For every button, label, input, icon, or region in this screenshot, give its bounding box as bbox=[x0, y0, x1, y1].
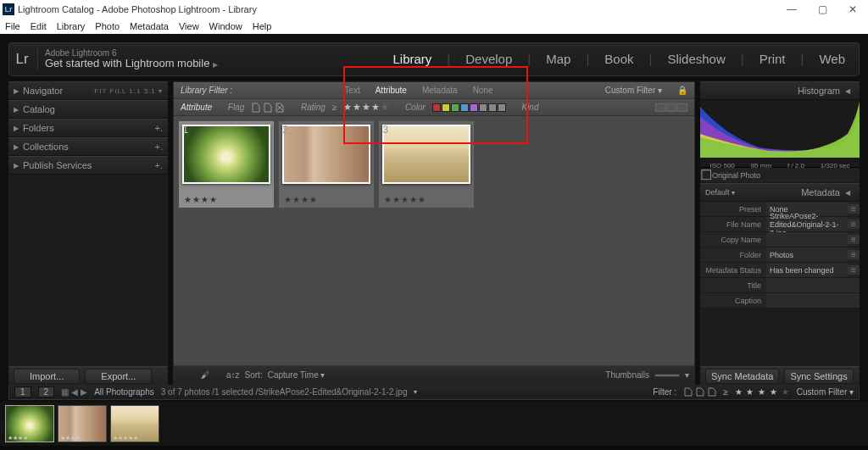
flag-pick-icon[interactable] bbox=[251, 103, 261, 113]
filmstrip-thumb[interactable]: ★★★★ bbox=[58, 405, 107, 442]
flag-icon[interactable] bbox=[695, 387, 704, 397]
menu-help[interactable]: Help bbox=[253, 21, 272, 31]
metadata-value[interactable] bbox=[766, 278, 860, 292]
metadata-action-icon[interactable]: ≡ bbox=[848, 204, 860, 214]
toolbar-chevron-icon[interactable]: ▾ bbox=[685, 370, 689, 380]
filter-attribute[interactable]: Attribute bbox=[374, 86, 409, 95]
jump-grid-icon[interactable]: ▦ bbox=[61, 387, 69, 397]
color-swatch[interactable] bbox=[432, 103, 441, 112]
filmstrip-thumb[interactable]: ★★★★ bbox=[5, 405, 54, 442]
panel-collections[interactable]: ▶Collections+. bbox=[8, 137, 168, 156]
add-folder-icon[interactable]: +. bbox=[155, 123, 163, 133]
metadata-action-icon[interactable]: ≡ bbox=[848, 219, 860, 229]
filmstrip[interactable]: ★★★★★★★★★★★★★ bbox=[0, 402, 868, 446]
source-label[interactable]: All Photographs bbox=[94, 387, 154, 397]
menu-file[interactable]: File bbox=[5, 21, 20, 31]
color-swatch[interactable] bbox=[488, 103, 497, 112]
metadata-value[interactable]: Has been changed bbox=[766, 263, 848, 277]
grid-cell[interactable]: 3★★★★★ bbox=[379, 121, 474, 208]
flag-icon[interactable] bbox=[683, 387, 693, 397]
metadata-value[interactable] bbox=[766, 232, 848, 247]
metadata-action-icon[interactable]: ≡ bbox=[848, 235, 860, 244]
module-slideshow[interactable]: Slideshow bbox=[667, 52, 725, 67]
menu-edit[interactable]: Edit bbox=[31, 21, 47, 31]
metadata-set-dropdown[interactable]: Default bbox=[705, 188, 730, 197]
histogram-chart[interactable]: ISO 500 85 mm f / 2.0 1/320 sec bbox=[700, 100, 860, 168]
nav-fwd-icon[interactable]: ▶ bbox=[81, 387, 87, 397]
panel-catalog[interactable]: ▶Catalog bbox=[8, 100, 168, 119]
panel-metadata[interactable]: Default▾ Metadata ◀ bbox=[700, 183, 860, 202]
metadata-value[interactable]: StrikeAPose2-Edited&Original-2-1-2.jpg bbox=[766, 217, 848, 231]
flag-unflag-icon[interactable] bbox=[263, 103, 273, 113]
minimize-button[interactable]: — bbox=[776, 3, 807, 15]
import-button[interactable]: Import... bbox=[14, 369, 80, 384]
metadata-value[interactable]: Photos bbox=[766, 247, 848, 262]
close-button[interactable]: ✕ bbox=[837, 3, 868, 15]
filter-none[interactable]: None bbox=[471, 86, 495, 95]
navigator-zoom-opts[interactable]: FIT FILL 1:1 3:1 ▾ bbox=[94, 87, 163, 95]
color-swatch[interactable] bbox=[442, 103, 450, 112]
sync-metadata-button[interactable]: Sync Metadata bbox=[705, 369, 779, 384]
color-swatch[interactable] bbox=[451, 103, 459, 112]
module-library[interactable]: Library bbox=[392, 52, 431, 67]
kind-master-icon[interactable] bbox=[655, 103, 665, 112]
metadata-action-icon[interactable]: ≡ bbox=[848, 265, 860, 275]
metadata-row: Caption bbox=[700, 293, 860, 308]
filmstrip-rating-stars[interactable]: ★ ★ ★ ★ ★ bbox=[735, 387, 790, 397]
color-swatch[interactable] bbox=[479, 103, 487, 112]
sync-settings-button[interactable]: Sync Settings bbox=[784, 369, 853, 384]
filmstrip-custom-filter[interactable]: Custom Filter ▾ bbox=[797, 387, 854, 397]
panel-folders[interactable]: ▶Folders+. bbox=[8, 119, 168, 137]
window-2-button[interactable]: 2 bbox=[38, 386, 55, 397]
metadata-value[interactable] bbox=[766, 293, 860, 308]
thumbnail-size-slider[interactable] bbox=[654, 374, 680, 377]
panel-publish[interactable]: ▶Publish Services+. bbox=[8, 156, 168, 175]
module-web[interactable]: Web bbox=[819, 52, 845, 67]
kind-virtual-icon[interactable] bbox=[666, 103, 676, 112]
source-chevron-icon[interactable]: ▾ bbox=[414, 388, 417, 396]
rating-ge-icon[interactable]: ≥ bbox=[723, 387, 728, 397]
flag-icon[interactable] bbox=[707, 387, 716, 397]
sort-field-dropdown[interactable]: Capture Time ▾ bbox=[268, 370, 326, 380]
window-1-button[interactable]: 1 bbox=[14, 386, 31, 397]
filter-text[interactable]: Text bbox=[342, 86, 361, 95]
menu-metadata[interactable]: Metadata bbox=[130, 21, 169, 31]
filmstrip-thumb[interactable]: ★★★★★ bbox=[110, 405, 159, 442]
painter-icon[interactable]: 🖌 bbox=[201, 370, 209, 380]
module-map[interactable]: Map bbox=[546, 52, 570, 67]
thumbnail[interactable] bbox=[382, 125, 470, 184]
rating-stars[interactable]: ★★★★★ bbox=[343, 102, 389, 113]
kind-video-icon[interactable] bbox=[677, 103, 687, 112]
menu-photo[interactable]: Photo bbox=[95, 21, 120, 31]
grid-cell[interactable]: 2★★★★ bbox=[279, 121, 374, 208]
menu-library[interactable]: Library bbox=[57, 21, 86, 31]
menu-window[interactable]: Window bbox=[209, 21, 242, 31]
add-publish-icon[interactable]: +. bbox=[155, 160, 163, 170]
rating-operator[interactable]: ≥ bbox=[332, 103, 337, 112]
export-button[interactable]: Export... bbox=[85, 369, 152, 384]
add-collection-icon[interactable]: +. bbox=[155, 142, 163, 152]
grid-cell[interactable]: 1★★★★ bbox=[179, 121, 274, 208]
brand-text[interactable]: Adobe Lightroom 6 Get started with Light… bbox=[38, 48, 218, 70]
color-swatch[interactable] bbox=[498, 103, 506, 112]
sort-direction-icon[interactable]: a↕z bbox=[226, 370, 240, 380]
lock-icon[interactable]: 🔒 bbox=[677, 86, 687, 95]
original-photo-label[interactable]: Original Photo bbox=[712, 171, 760, 180]
color-swatch[interactable] bbox=[470, 103, 478, 112]
menu-view[interactable]: View bbox=[179, 21, 199, 31]
custom-filter-dropdown[interactable]: Custom Filter ▾ bbox=[605, 86, 662, 95]
flag-reject-icon[interactable] bbox=[275, 103, 285, 113]
panel-navigator[interactable]: ▶ Navigator FIT FILL 1:1 3:1 ▾ bbox=[8, 81, 168, 100]
metadata-action-icon[interactable]: ≡ bbox=[848, 250, 860, 259]
module-develop[interactable]: Develop bbox=[465, 52, 512, 67]
thumbnail[interactable] bbox=[182, 125, 270, 184]
module-book[interactable]: Book bbox=[604, 52, 633, 67]
nav-back-icon[interactable]: ◀ bbox=[71, 387, 78, 397]
maximize-button[interactable]: ▢ bbox=[807, 3, 837, 15]
panel-histogram[interactable]: Histogram ◀ bbox=[700, 81, 860, 100]
color-swatch[interactable] bbox=[460, 103, 469, 112]
filter-metadata[interactable]: Metadata bbox=[420, 86, 459, 95]
module-print[interactable]: Print bbox=[760, 52, 786, 67]
thumbnail[interactable] bbox=[282, 125, 370, 184]
grid-view[interactable]: 1★★★★2★★★★3★★★★★ bbox=[174, 116, 694, 365]
